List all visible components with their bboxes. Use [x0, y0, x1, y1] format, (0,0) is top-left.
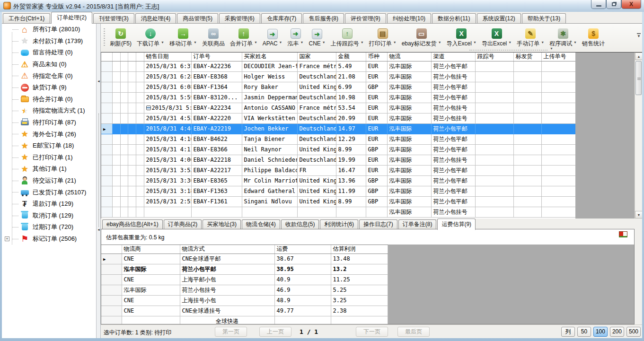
dropdown-arrow-icon[interactable]: ▼: [279, 41, 282, 44]
order-row[interactable]: 2015/8/31 6:08EBAY-F1364Rory BakerUnited…: [101, 82, 575, 92]
column-header[interactable]: 金额: [336, 52, 366, 61]
sidebar-item-13[interactable]: ★其他订单 (1): [2, 163, 96, 175]
page-size-100-button[interactable]: 100: [593, 327, 608, 337]
toolbar-button[interactable]: ↓下载订单▼: [134, 27, 167, 49]
column-header[interactable]: 国家: [297, 52, 336, 61]
column-settings-button[interactable]: 列: [561, 327, 575, 337]
detail-tab-7[interactable]: 操作日志(7): [359, 219, 397, 229]
order-row[interactable]: 2015/8/31 4:11EBAY-E8366Neil RaynorUnite…: [101, 144, 575, 155]
sidebar-item-15[interactable]: 已发货订单 (25107): [2, 186, 96, 198]
detail-tab-4[interactable]: 物流仓储(4): [242, 219, 280, 229]
minimize-button[interactable]: [591, 0, 606, 9]
menu-tab-5[interactable]: 商品管理(5): [177, 13, 218, 23]
dropdown-arrow-icon[interactable]: ▼: [393, 41, 397, 44]
detail-tab-9[interactable]: 运费估算(9): [437, 219, 476, 230]
sidebar-item-3[interactable]: 留言待处理 (0): [2, 47, 96, 59]
detail-tab-5[interactable]: 收款信息(5): [281, 219, 319, 229]
column-header[interactable]: 买家姓名: [242, 52, 297, 61]
column-header[interactable]: 币种: [366, 52, 387, 61]
sidebar-item-16[interactable]: ₮退款订单 (129): [2, 198, 96, 210]
column-header[interactable]: 销售日期: [144, 52, 191, 61]
dropdown-arrow-icon[interactable]: ▼: [254, 41, 257, 44]
dropdown-arrow-icon[interactable]: ▼: [300, 41, 304, 44]
sidebar-item-2[interactable]: ★未付款订单 (1739): [2, 35, 96, 47]
sidebar-item-7[interactable]: 待合并订单 (0): [2, 94, 96, 105]
page-size-200-button[interactable]: 200: [610, 327, 624, 337]
next-page-button[interactable]: 下一页: [356, 327, 388, 337]
restore-button[interactable]: [606, 0, 621, 9]
page-size-50-button[interactable]: 50: [577, 327, 591, 337]
sidebar-item-10[interactable]: ★海外仓订单 (26): [2, 128, 96, 140]
sidebar-item-6[interactable]: 缺货订单 (9): [2, 82, 96, 94]
toolbar-button[interactable]: $销售统计: [580, 27, 607, 49]
toolbar-button[interactable]: ∞关联商品: [200, 27, 227, 49]
column-header[interactable]: 上传单号: [541, 52, 575, 61]
toolbar-overflow-icon[interactable]: ▼: [637, 33, 641, 38]
toolbar-button[interactable]: ↑上传跟踪号▼: [328, 27, 366, 49]
freight-row[interactable]: CNECNE全球通挂号49.772.38: [101, 306, 388, 316]
menu-tab-10[interactable]: 纠纷处理(10): [387, 13, 431, 23]
toolbar-button[interactable]: ▭ebay标记发货▼: [399, 27, 444, 49]
dropdown-arrow-icon[interactable]: ▼: [161, 41, 164, 44]
toolbar-button[interactable]: ↻刷新(F5): [107, 27, 134, 49]
column-header[interactable]: 物流: [387, 52, 431, 61]
dropdown-arrow-icon[interactable]: ▼: [194, 41, 197, 44]
freight-row[interactable]: CNE上海平邮小包40.911.25: [101, 274, 388, 285]
sidebar-item-17[interactable]: 取消订单 (129): [2, 210, 96, 222]
column-header[interactable]: 运费: [274, 245, 331, 254]
detail-tab-1[interactable]: ebay商品信息(Alt+1): [102, 219, 163, 229]
order-row[interactable]: 泓丰国际荷兰小包挂号: [101, 207, 575, 217]
column-header[interactable]: 渠道: [431, 52, 475, 61]
sidebar-item-19[interactable]: +⚑标记订单 (2506): [2, 233, 96, 245]
menu-tab-11[interactable]: 数据分析(11): [432, 13, 476, 23]
toolbar-button[interactable]: ➜泓丰▼: [285, 27, 306, 49]
menu-tab-13[interactable]: 帮助关于(13): [522, 13, 566, 23]
order-row[interactable]: 2015/8/31 5:59EBAY-83120...Jasmin Depper…: [101, 92, 575, 103]
toolbar-button[interactable]: ▤打印订单▼: [367, 27, 399, 49]
toolbar-button[interactable]: →移动订单▼: [167, 27, 199, 49]
detail-tab-2[interactable]: 订单商品(2): [164, 219, 202, 229]
collapse-sidebar-icon[interactable]: ◄: [97, 79, 100, 83]
sidebar-item-9[interactable]: 待打印订单 (87): [2, 117, 96, 129]
book-icon[interactable]: [619, 231, 627, 237]
detail-tab-6[interactable]: 利润统计(6): [320, 219, 358, 229]
order-row[interactable]: 2015/8/31 4:00EBAY-A22218Daniel Schniede…: [101, 155, 575, 165]
column-header[interactable]: 订单号: [191, 52, 242, 61]
menu-tab-9[interactable]: 评价管理(9): [345, 13, 386, 23]
dropdown-arrow-icon[interactable]: ▼: [573, 41, 577, 44]
column-header[interactable]: 标发货: [513, 52, 541, 61]
menu-tab-6[interactable]: 采购管理(6): [219, 13, 260, 23]
order-row[interactable]: 2015/8/31 3:30EBAY-E8365Mr Colin Marriot…: [101, 175, 575, 186]
order-row[interactable]: 2015/8/31 4:16EBAY-B4622Tanja BienerDeut…: [101, 134, 575, 144]
page-size-500-button[interactable]: 500: [626, 327, 641, 337]
menu-tab-12[interactable]: 系统设置(12): [477, 13, 521, 23]
toolbar-button[interactable]: ✎手动订单▼: [514, 27, 547, 49]
freight-row[interactable]: 泓丰国际荷兰小包平邮38.9513.2: [101, 264, 388, 274]
detail-tab-3[interactable]: 买家地址(3): [203, 219, 241, 229]
order-row[interactable]: 2015/8/31 3:53EBAY-A22217Philippe Baldac…: [101, 165, 575, 175]
scroll-up-icon[interactable]: ▲: [635, 52, 642, 60]
toolbar-button[interactable]: ➜APAC▼: [260, 27, 285, 48]
freight-row[interactable]: 泓丰国际荷兰小包挂号46.95.25: [101, 285, 388, 295]
column-header[interactable]: 跟踪号: [475, 52, 513, 61]
dropdown-arrow-icon[interactable]: ▼: [322, 41, 326, 44]
dropdown-arrow-icon[interactable]: ▼: [361, 41, 364, 44]
sidebar-item-18[interactable]: 过期订单 (720): [2, 221, 96, 233]
sidebar-splitter[interactable]: ◄ ◄: [96, 24, 101, 338]
menu-tab-8[interactable]: 售后服务(8): [303, 13, 344, 23]
sidebar-item-1[interactable]: ⌂所有订单 (28010): [2, 24, 96, 35]
menu-tab-1[interactable]: 工作台(Ctrl+1): [3, 13, 50, 23]
order-row[interactable]: 2015/8/31 2:55EBAY-F1361Singani NdlovuUn…: [101, 196, 575, 207]
toolbar-button[interactable]: ✱程序调试▼: [547, 27, 579, 49]
dropdown-arrow-icon[interactable]: ▼: [473, 41, 476, 44]
sidebar-item-11[interactable]: ★E邮宝订单 (18): [2, 140, 96, 152]
column-header[interactable]: 物流方式: [180, 245, 274, 254]
freight-row[interactable]: 全球快递: [101, 316, 388, 324]
menu-tab-4[interactable]: 消息处理(4): [135, 13, 176, 23]
vertical-scrollbar[interactable]: ▲ ▼: [635, 52, 642, 219]
menu-tab-7[interactable]: 仓库库存(7): [261, 13, 302, 23]
column-header[interactable]: 估算利润: [331, 245, 388, 254]
menu-tab-3[interactable]: 刊登管理(3): [93, 13, 134, 23]
menu-tab-2[interactable]: 订单处理(2): [51, 12, 92, 24]
toolbar-button[interactable]: X导出Excel▼: [479, 27, 514, 49]
